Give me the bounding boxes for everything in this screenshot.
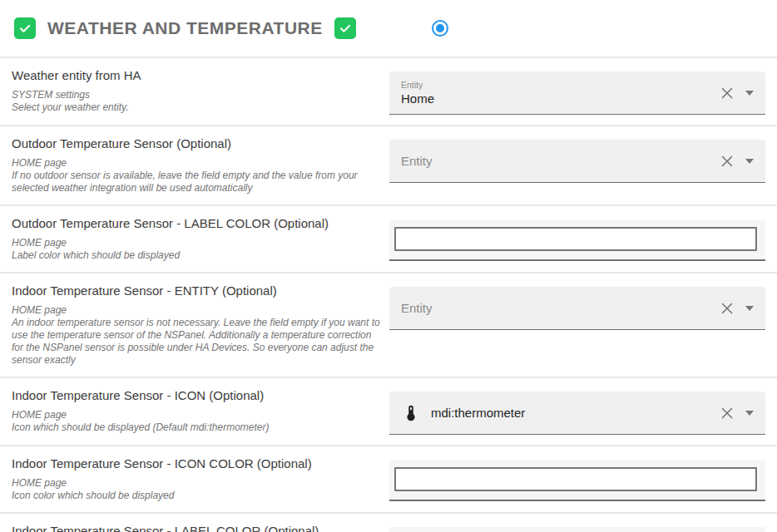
setting-control: mdi:thermometer <box>389 392 765 435</box>
setting-text: Weather entity from HA SYSTEM settings S… <box>12 68 389 115</box>
select-placeholder: Entity <box>401 154 719 168</box>
setting-label: Indoor Temperature Sensor - ICON COLOR (… <box>12 456 389 471</box>
setting-label: Outdoor Temperature Sensor (Optional) <box>12 136 389 151</box>
color-input-panel <box>389 527 765 532</box>
setting-description: Label color which should be displayed <box>12 249 384 262</box>
clear-x-icon[interactable] <box>719 153 735 170</box>
setting-group: HOME page <box>12 477 389 490</box>
setting-description: Icon color which should be displayed <box>12 490 384 502</box>
section-title: WEATHER AND TEMPERATURE <box>47 18 323 38</box>
setting-text: Indoor Temperature Sensor - ICON COLOR (… <box>12 456 389 502</box>
setting-text: Indoor Temperature Sensor - ICON (Option… <box>12 388 389 435</box>
entity-select-field[interactable]: EntityHome <box>389 71 765 115</box>
settings-row: Indoor Temperature Sensor - LABEL COLOR … <box>0 514 777 532</box>
setting-control <box>389 527 765 532</box>
settings-row: Weather entity from HA SYSTEM settings S… <box>0 58 777 126</box>
setting-description: Icon which should be displayed (Default … <box>12 421 384 434</box>
setting-text: Outdoor Temperature Sensor - LABEL COLOR… <box>12 216 389 262</box>
clear-x-icon[interactable] <box>719 85 735 101</box>
setting-text: Indoor Temperature Sensor - LABEL COLOR … <box>12 524 389 532</box>
select-text: mdi:thermometer <box>431 405 719 421</box>
select-text: EntityHome <box>401 80 719 106</box>
setting-description: If no outdoor sensor is available, leave… <box>12 170 384 195</box>
setting-control <box>389 219 765 262</box>
thermometer-icon <box>401 403 421 423</box>
select-text: Entity <box>401 154 719 168</box>
settings-rows: Weather entity from HA SYSTEM settings S… <box>0 58 777 532</box>
setting-group: HOME page <box>12 237 389 249</box>
checkbox-checked-icon[interactable] <box>14 17 36 39</box>
chevron-down-icon[interactable] <box>745 91 754 96</box>
radio-selected-icon[interactable] <box>432 20 448 37</box>
setting-label: Outdoor Temperature Sensor - LABEL COLOR… <box>12 216 389 231</box>
entity-select-field[interactable]: Entity <box>389 287 765 330</box>
clear-x-icon[interactable] <box>719 405 735 421</box>
setting-group: HOME page <box>12 409 389 421</box>
setting-label: Indoor Temperature Sensor - ICON (Option… <box>12 388 389 403</box>
clear-x-icon[interactable] <box>719 300 735 317</box>
select-value: mdi:thermometer <box>431 405 719 421</box>
chevron-down-icon[interactable] <box>745 306 754 311</box>
chevron-down-icon[interactable] <box>745 159 754 164</box>
entity-select-field[interactable]: Entity <box>389 140 765 183</box>
setting-group: SYSTEM settings <box>12 89 389 101</box>
setting-control: Entity <box>389 287 765 367</box>
setting-description: An indoor temperature sensor is not nece… <box>12 317 384 367</box>
color-input-panel <box>389 460 765 501</box>
chevron-down-icon[interactable] <box>745 411 754 416</box>
setting-control: Entity <box>389 140 765 195</box>
settings-row: Indoor Temperature Sensor - ICON (Option… <box>0 378 777 446</box>
select-value: Home <box>401 91 719 106</box>
icon-select-field[interactable]: mdi:thermometer <box>389 392 765 435</box>
setting-label: Indoor Temperature Sensor - ENTITY (Opti… <box>12 283 389 298</box>
color-input-panel <box>389 219 765 261</box>
setting-label: Indoor Temperature Sensor - LABEL COLOR … <box>12 524 389 532</box>
settings-page: WEATHER AND TEMPERATURE Weather entity f… <box>0 0 777 532</box>
setting-control <box>389 460 765 502</box>
section-header: WEATHER AND TEMPERATURE <box>0 0 777 58</box>
radio-dot <box>436 24 444 32</box>
settings-row: Indoor Temperature Sensor - ENTITY (Opti… <box>0 273 777 378</box>
setting-group: HOME page <box>12 304 389 317</box>
setting-control: EntityHome <box>389 71 765 115</box>
settings-row: Outdoor Temperature Sensor (Optional) HO… <box>0 126 777 206</box>
select-field-label: Entity <box>401 80 719 91</box>
setting-description: Select your weather entity. <box>12 101 384 114</box>
checkbox-checked-icon[interactable] <box>334 17 356 39</box>
settings-row: Indoor Temperature Sensor - ICON COLOR (… <box>0 446 777 514</box>
setting-text: Indoor Temperature Sensor - ENTITY (Opti… <box>12 283 389 367</box>
color-text-input[interactable] <box>394 227 757 251</box>
setting-group: HOME page <box>12 157 389 170</box>
color-text-input[interactable] <box>394 467 757 491</box>
setting-text: Outdoor Temperature Sensor (Optional) HO… <box>12 136 389 195</box>
select-text: Entity <box>401 301 719 315</box>
setting-label: Weather entity from HA <box>12 68 389 83</box>
settings-row: Outdoor Temperature Sensor - LABEL COLOR… <box>0 206 777 273</box>
select-placeholder: Entity <box>401 301 719 315</box>
